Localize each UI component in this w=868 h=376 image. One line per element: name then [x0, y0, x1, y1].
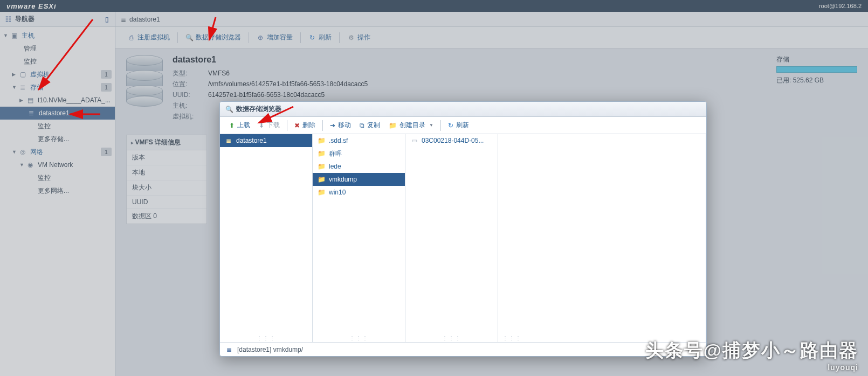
expand-icon: ⊕ — [257, 34, 264, 41]
datastore-icon: ≣ — [121, 16, 126, 23]
nav-host-label: 主机 — [22, 31, 35, 40]
folder-row[interactable]: 📁vmkdump — [313, 173, 405, 186]
separator — [440, 120, 441, 131]
chevron-down-icon: ▼ — [429, 123, 433, 128]
storage-usage-box: 存储 已用: 525.62 GB — [776, 55, 857, 370]
nav-network-label: 网络 — [30, 148, 43, 157]
caret-down-icon: ▼ — [3, 33, 9, 38]
download-icon: ⬇ — [259, 122, 264, 129]
breadcrumb-text: datastore1 — [129, 16, 160, 23]
navigator-header: ☷ 导航器 ▯ — [0, 12, 115, 27]
nav-storage-datastore1[interactable]: ≣ datastore1 — [0, 107, 115, 120]
register-vm-icon: ⎙ — [127, 34, 135, 41]
portgroup-icon: ◉ — [26, 161, 35, 169]
nav-storage[interactable]: ▼ ≣ 存储 1 — [0, 81, 115, 94]
nav-collapse-icon[interactable]: ▯ — [103, 16, 111, 23]
nav-host-manage[interactable]: 管理 — [0, 42, 115, 55]
nav-storage-monitor[interactable]: 监控 — [0, 120, 115, 133]
separator — [287, 120, 287, 131]
separator — [300, 32, 301, 43]
file-icon: ▭ — [410, 137, 418, 144]
vm-icon: ▢ — [18, 70, 27, 79]
nav-network-more[interactable]: 更多网络... — [0, 184, 115, 197]
separator — [322, 120, 323, 131]
splitter-grip[interactable]: ⋮⋮⋮ — [442, 335, 461, 341]
delete-button[interactable]: ✖ 删除 — [291, 119, 319, 131]
nav-network-monitor[interactable]: 监控 — [0, 171, 115, 184]
splitter-grip[interactable]: ⋮⋮⋮ — [502, 335, 522, 341]
copy-icon: ⧉ — [360, 122, 364, 129]
storage-box-title: 存储 — [776, 55, 857, 64]
nav-tree: ▼ ▣ 主机 管理 监控 ▶ ▢ 虚拟机 1 ▼ ≣ 存储 1 — [0, 27, 115, 376]
separator — [177, 32, 178, 43]
caret-down-icon: ▼ — [12, 85, 17, 90]
nav-storage-badge: 1 — [101, 83, 112, 92]
separator — [249, 32, 249, 43]
modal-refresh-button[interactable]: ↻ 刷新 — [444, 119, 473, 131]
vmfs-details-panel: VMFS 详细信息 版本 本地 块大小 UUID 数据区 0 — [126, 135, 207, 224]
refresh-icon: ↻ — [448, 122, 453, 129]
disk-icon: ▤ — [26, 96, 35, 105]
datastore-icon: ≣ — [27, 109, 36, 117]
datastore-toolbar: ⎙ 注册虚拟机 🔍 数据存储浏览器 ⊕ 增加容量 ↻ 刷新 ⚙ 操作 — [115, 27, 868, 48]
file-row[interactable]: ▭03C00218-044D-05... — [405, 134, 498, 147]
nav-storage-nvme[interactable]: ▶ ▤ t10.NVMe____ADATA_... — [0, 94, 115, 107]
browser-icon: 🔍 — [225, 106, 233, 113]
caret-right-icon: ▶ — [19, 98, 25, 103]
folder-row[interactable]: 📁win10 — [313, 186, 405, 199]
browser-col-2[interactable]: 📁.sdd.sf📁群晖📁lede📁vmkdump📁win10⋮⋮⋮ — [313, 134, 405, 342]
nav-network-vmnet[interactable]: ▼ ◉ VM Network — [0, 158, 115, 171]
caret-down-icon: ▼ — [12, 149, 17, 155]
nav-network[interactable]: ▼ ◎ 网络 1 — [0, 145, 115, 158]
copy-button[interactable]: ⧉ 复制 — [356, 119, 384, 131]
vmfs-row: 版本 — [127, 150, 206, 165]
nav-vm[interactable]: ▶ ▢ 虚拟机 1 — [0, 68, 115, 81]
folder-row[interactable]: 📁.sdd.sf — [313, 134, 405, 147]
browser-col-1[interactable]: ≣ datastore1 ⋮⋮⋮ — [220, 134, 313, 342]
upload-button[interactable]: ⬆ 上载 — [225, 119, 254, 131]
vmfs-row: 本地 — [127, 165, 206, 180]
folder-plus-icon: 📁 — [389, 122, 397, 129]
folder-row[interactable]: 📁lede — [313, 160, 405, 173]
navigator-panel: ☷ 导航器 ▯ ▼ ▣ 主机 管理 监控 ▶ ▢ 虚拟机 1 — [0, 12, 115, 376]
folder-row[interactable]: 📁群晖 — [313, 147, 405, 160]
network-icon: ◎ — [18, 148, 27, 156]
browser-col-4[interactable]: ⋮⋮⋮ — [498, 134, 706, 342]
splitter-grip[interactable]: ⋮⋮⋮ — [257, 335, 276, 341]
navigator-icon: ☷ — [4, 16, 12, 23]
increase-capacity-button[interactable]: ⊕ 增加容量 — [252, 31, 297, 44]
navigator-title: 导航器 — [15, 15, 35, 24]
app-topbar: vmware ESXi root@192.168.2 — [0, 0, 868, 12]
create-dir-button[interactable]: 📁 创建目录 ▼ — [385, 119, 437, 131]
nav-host-monitor[interactable]: 监控 — [0, 55, 115, 68]
vmfs-panel-title[interactable]: VMFS 详细信息 — [127, 135, 206, 150]
gear-icon: ⚙ — [347, 34, 355, 41]
datastore-icon: ≣ — [225, 346, 233, 353]
splitter-grip[interactable]: ⋮⋮⋮ — [349, 335, 369, 341]
register-vm-button[interactable]: ⎙ 注册虚拟机 — [123, 31, 174, 44]
move-button[interactable]: ➔ 移动 — [326, 119, 355, 131]
vmfs-row: UUID — [127, 196, 206, 209]
modal-title-bar[interactable]: 🔍 数据存储浏览器 — [220, 102, 706, 117]
modal-path: [datastore1] vmkdump/ — [237, 346, 303, 353]
nav-host[interactable]: ▼ ▣ 主机 — [0, 29, 115, 42]
actions-button[interactable]: ⚙ 操作 — [343, 31, 375, 44]
nav-vm-badge: 1 — [101, 70, 112, 79]
storage-usage-bar — [776, 66, 857, 73]
move-icon: ➔ — [330, 122, 335, 129]
caret-right-icon: ▶ — [12, 72, 17, 77]
datastore-browser-button[interactable]: 🔍 数据存储浏览器 — [181, 31, 245, 44]
refresh-button[interactable]: ↻ 刷新 — [304, 31, 336, 44]
folder-icon: 📁 — [317, 163, 326, 170]
brand-label: vmware ESXi — [6, 2, 57, 10]
folder-icon: 📁 — [317, 176, 326, 183]
datastore-icon: ≣ — [224, 137, 233, 144]
folder-row-datastore1[interactable]: ≣ datastore1 — [220, 134, 312, 147]
browser-columns: ≣ datastore1 ⋮⋮⋮ 📁.sdd.sf📁群晖📁lede📁vmkdum… — [220, 134, 706, 342]
browser-col-3[interactable]: ▭03C00218-044D-05...⋮⋮⋮ — [405, 134, 498, 342]
upload-icon: ⬆ — [229, 122, 235, 129]
nav-network-badge: 1 — [101, 148, 112, 156]
vmfs-row: 数据区 0 — [127, 209, 206, 224]
folder-icon: 📁 — [317, 189, 326, 196]
nav-storage-more[interactable]: 更多存储... — [0, 133, 115, 145]
